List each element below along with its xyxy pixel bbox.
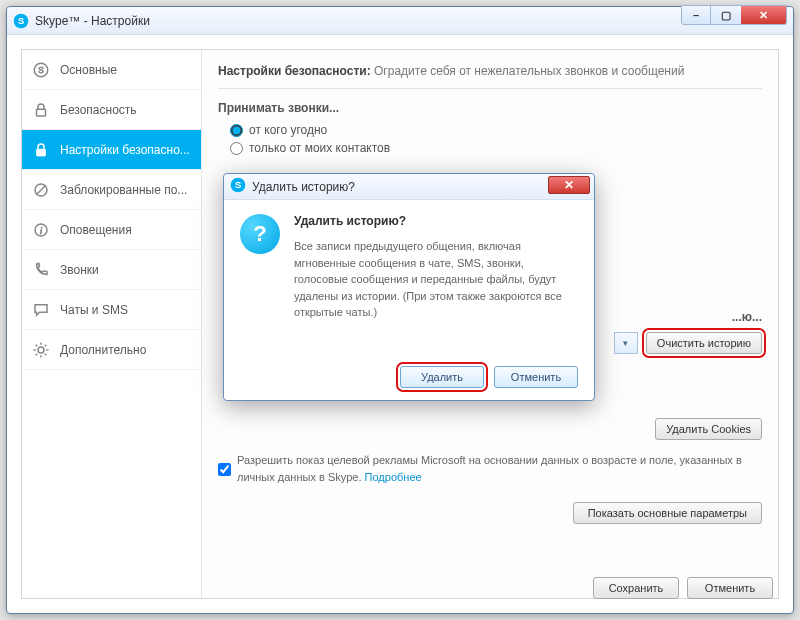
sidebar-item-label: Основные xyxy=(60,63,117,77)
cancel-footer-button[interactable]: Отменить xyxy=(687,577,773,599)
close-button[interactable]: ✕ xyxy=(741,5,787,25)
radio-anyone[interactable]: от кого угодно xyxy=(230,123,762,137)
ads-more-link[interactable]: Подробнее xyxy=(365,471,422,483)
dialog-title: Удалить историю? xyxy=(252,180,355,194)
question-icon: ? xyxy=(240,214,280,254)
radio-contacts-label: только от моих контактов xyxy=(249,141,390,155)
lock-icon xyxy=(32,101,50,119)
dialog-titlebar[interactable]: S Удалить историю? ✕ xyxy=(224,174,594,200)
svg-text:S: S xyxy=(38,66,44,75)
show-basic-params-button[interactable]: Показать основные параметры xyxy=(573,502,762,524)
svg-line-7 xyxy=(37,185,46,194)
cookies-row: Удалить Cookies xyxy=(655,418,762,440)
minimize-button[interactable]: – xyxy=(681,5,711,25)
panel-heading: Настройки безопасности: xyxy=(218,64,371,78)
skype-icon: S xyxy=(13,13,29,29)
history-dropdown[interactable]: ▾ xyxy=(614,332,638,354)
ads-checkbox[interactable] xyxy=(218,454,231,485)
sidebar-item-general[interactable]: S Основные xyxy=(22,50,201,90)
svg-point-10 xyxy=(38,347,44,353)
clear-history-button[interactable]: Очистить историю xyxy=(646,332,762,354)
radio-contacts-input[interactable] xyxy=(230,142,243,155)
sidebar-item-label: Безопасность xyxy=(60,103,137,117)
dialog-heading: Удалить историю? xyxy=(294,214,578,228)
blocked-icon xyxy=(32,181,50,199)
sidebar-item-advanced[interactable]: Дополнительно xyxy=(22,330,201,370)
dialog-close-button[interactable]: ✕ xyxy=(548,176,590,194)
dialog-message: Все записи предыдущего общения, включая … xyxy=(294,238,578,321)
titlebar[interactable]: S Skype™ - Настройки – ▢ ✕ xyxy=(7,7,793,35)
sidebar-item-label: Заблокированные по... xyxy=(60,183,187,197)
ads-checkbox-row: Разрешить показ целевой рекламы Microsof… xyxy=(218,452,762,485)
footer-buttons: Сохранить Отменить xyxy=(593,577,773,599)
sidebar-item-calls[interactable]: Звонки xyxy=(22,250,201,290)
info-icon: i xyxy=(32,221,50,239)
dialog-buttons: Удалить Отменить xyxy=(400,366,578,388)
basic-params-row: Показать основные параметры xyxy=(573,502,762,524)
sidebar-item-blocked[interactable]: Заблокированные по... xyxy=(22,170,201,210)
divider xyxy=(218,88,762,89)
sidebar-item-privacy[interactable]: Безопасность xyxy=(22,90,201,130)
lock-icon xyxy=(32,141,50,159)
accept-calls-label: Принимать звонки... xyxy=(218,101,762,115)
sidebar-item-label: Звонки xyxy=(60,263,99,277)
sidebar-item-label: Чаты и SMS xyxy=(60,303,128,317)
panel-header: Настройки безопасности: Оградите себя от… xyxy=(218,64,762,78)
sidebar-item-notifications[interactable]: i Оповещения xyxy=(22,210,201,250)
radio-anyone-label: от кого угодно xyxy=(249,123,327,137)
svg-rect-5 xyxy=(37,149,46,156)
delete-cookies-button[interactable]: Удалить Cookies xyxy=(655,418,762,440)
ads-label: Разрешить показ целевой рекламы Microsof… xyxy=(237,454,742,483)
sidebar-item-chats[interactable]: Чаты и SMS xyxy=(22,290,201,330)
dialog-cancel-button[interactable]: Отменить xyxy=(494,366,578,388)
sidebar-item-label: Дополнительно xyxy=(60,343,146,357)
window-title: Skype™ - Настройки xyxy=(35,14,150,28)
sidebar: S Основные Безопасность Настройки безопа… xyxy=(22,50,202,598)
radio-contacts[interactable]: только от моих контактов xyxy=(230,141,762,155)
history-section: ...ю... ▾ Очистить историю xyxy=(582,310,762,354)
delete-history-dialog: S Удалить историю? ✕ ? Удалить историю? … xyxy=(223,173,595,401)
sidebar-item-privacy-settings[interactable]: Настройки безопасно... xyxy=(22,130,201,170)
save-button[interactable]: Сохранить xyxy=(593,577,679,599)
window-controls: – ▢ ✕ xyxy=(681,5,787,25)
dialog-body: ? Удалить историю? Все записи предыдущег… xyxy=(224,200,594,335)
ads-text: Разрешить показ целевой рекламы Microsof… xyxy=(237,452,762,485)
skype-icon: S xyxy=(230,177,246,197)
history-label: ...ю... xyxy=(582,310,762,324)
phone-icon xyxy=(32,261,50,279)
chevron-down-icon: ▾ xyxy=(623,338,628,348)
settings-window: S Skype™ - Настройки – ▢ ✕ S Основные Бе… xyxy=(6,6,794,614)
svg-rect-4 xyxy=(37,109,46,116)
svg-text:S: S xyxy=(235,180,241,190)
dialog-delete-button[interactable]: Удалить xyxy=(400,366,484,388)
svg-text:S: S xyxy=(18,16,24,26)
skype-icon: S xyxy=(32,61,50,79)
dialog-text: Удалить историю? Все записи предыдущего … xyxy=(294,214,578,321)
radio-anyone-input[interactable] xyxy=(230,124,243,137)
sidebar-item-label: Настройки безопасно... xyxy=(60,143,190,157)
sidebar-item-label: Оповещения xyxy=(60,223,132,237)
maximize-button[interactable]: ▢ xyxy=(711,5,741,25)
svg-text:i: i xyxy=(40,225,43,235)
chat-icon xyxy=(32,301,50,319)
gear-icon xyxy=(32,341,50,359)
panel-subtitle: Оградите себя от нежелательных звонков и… xyxy=(374,64,684,78)
